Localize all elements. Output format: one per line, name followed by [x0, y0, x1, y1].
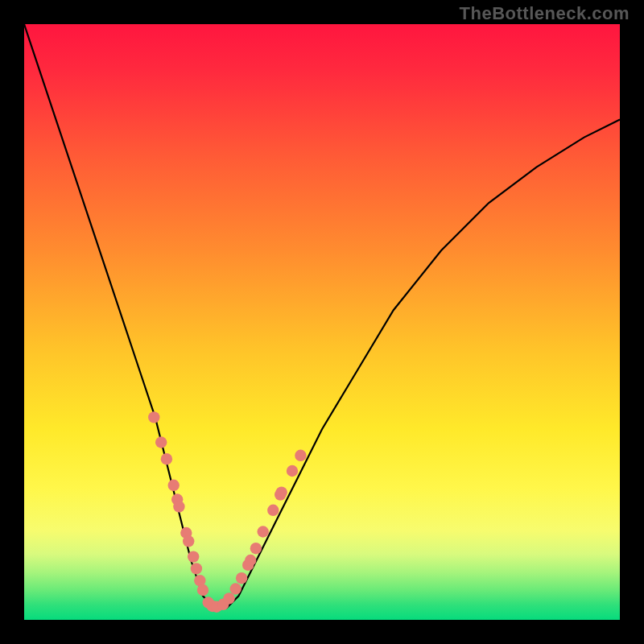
marker-dot	[168, 480, 180, 491]
marker-dot	[287, 465, 298, 477]
marker-dot	[250, 543, 262, 554]
marker-dot	[295, 450, 306, 461]
marker-dot	[197, 584, 208, 596]
marker-dot	[276, 486, 287, 497]
marker-dot	[155, 436, 167, 448]
marker-dot	[245, 555, 256, 566]
marker-dot	[161, 453, 172, 464]
chart-frame: TheBottleneck.com	[0, 0, 644, 644]
marker-dot	[267, 505, 279, 516]
marker-dot	[191, 563, 202, 574]
watermark-text: TheBottleneck.com	[460, 3, 630, 24]
sample-markers	[148, 411, 306, 613]
marker-dot	[183, 535, 194, 547]
chart-overlay	[24, 24, 620, 620]
marker-dot	[223, 592, 234, 604]
marker-dot	[173, 501, 184, 512]
marker-dot	[230, 583, 242, 594]
marker-dot	[236, 572, 247, 584]
plot-area	[24, 24, 620, 620]
marker-dot	[258, 526, 269, 537]
marker-dot	[148, 411, 159, 423]
bottleneck-curve	[24, 24, 620, 608]
marker-dot	[188, 551, 199, 562]
